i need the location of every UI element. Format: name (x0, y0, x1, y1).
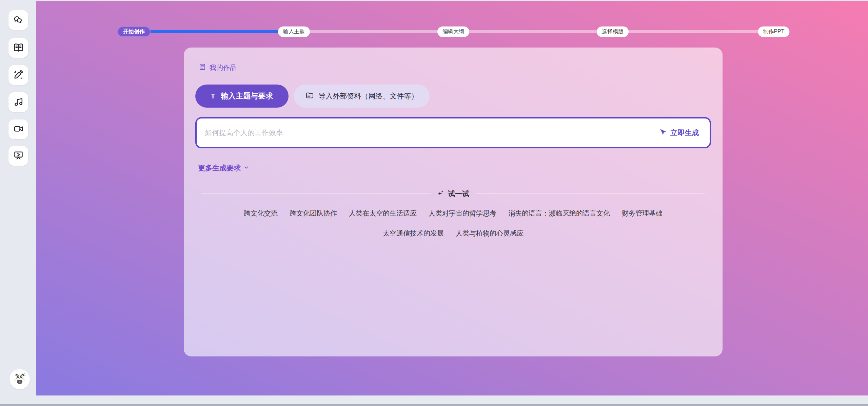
suggestion-chip[interactable]: 人类与植物的心灵感应 (456, 229, 524, 238)
sidebar-item-writing[interactable] (8, 65, 28, 85)
suggestion-row-2: 太空通信技术的发展 人类与植物的心灵感应 (195, 229, 711, 238)
tab-input-topic[interactable]: T 输入主题与要求 (195, 85, 289, 108)
workspace-background: 开始创作 输入主题 编辑大纲 选择模版 制作PPT 我的作品 T 输入主题与要求 (36, 1, 868, 395)
suggestion-chip[interactable]: 人类在太空的生活适应 (349, 209, 417, 218)
sidebar-item-presentation[interactable] (8, 146, 28, 166)
folder-icon (305, 91, 314, 101)
step-edit-outline[interactable]: 编辑大纲 (437, 26, 469, 37)
sidebar-item-music[interactable] (8, 92, 28, 112)
document-icon (199, 63, 206, 72)
topic-input-box: 立即生成 (195, 117, 711, 148)
book-icon (13, 42, 24, 54)
chat-icon (13, 14, 24, 26)
send-plane-icon (659, 128, 667, 138)
step-input-topic[interactable]: 输入主题 (278, 26, 310, 37)
panda-avatar (12, 371, 27, 387)
text-icon: T (211, 92, 215, 100)
sidebar-item-chat[interactable] (8, 10, 28, 30)
generate-label: 立即生成 (670, 128, 699, 137)
more-requirements-label: 更多生成要求 (198, 163, 241, 173)
generate-button[interactable]: 立即生成 (659, 128, 699, 138)
divider-line (201, 193, 431, 194)
presentation-icon (13, 150, 24, 162)
suggestion-row-1: 跨文化交流 跨文化团队协作 人类在太空的生活适应 人类对宇宙的哲学思考 消失的语… (195, 209, 711, 218)
tool-sidebar (0, 0, 36, 406)
step-make-ppt[interactable]: 制作PPT (758, 26, 789, 37)
sidebar-item-reading[interactable] (8, 38, 28, 58)
stepper-progress-line (134, 30, 294, 33)
music-icon (13, 96, 24, 108)
try-title: 试一试 (448, 189, 469, 199)
step-start-create[interactable]: 开始创作 (117, 26, 151, 37)
chevron-down-icon (243, 164, 249, 172)
try-section-header: 试一试 (201, 189, 705, 199)
tab-import-material[interactable]: 导入外部资料（网络、文件等） (294, 85, 430, 108)
window-bottom-edge (0, 404, 868, 406)
suggestion-chip[interactable]: 人类对宇宙的哲学思考 (429, 209, 496, 218)
sparkle-icon (437, 189, 445, 199)
suggestion-chip[interactable]: 跨文化团队协作 (290, 209, 337, 218)
more-requirements-toggle[interactable]: 更多生成要求 (198, 163, 249, 173)
suggestion-chip[interactable]: 财务管理基础 (622, 209, 663, 218)
divider-line (475, 193, 705, 194)
my-works-label: 我的作品 (210, 63, 237, 72)
tab-import-material-label: 导入外部资料（网络、文件等） (318, 91, 418, 101)
suggestion-chip[interactable]: 跨文化交流 (244, 209, 278, 218)
video-icon (13, 124, 24, 135)
step-choose-template[interactable]: 选择模版 (597, 26, 629, 37)
suggestion-chip[interactable]: 太空通信技术的发展 (383, 229, 444, 238)
sidebar-item-video[interactable] (8, 119, 28, 139)
topic-input[interactable] (205, 129, 659, 137)
tab-input-topic-label: 输入主题与要求 (221, 91, 273, 101)
source-tabs: T 输入主题与要求 导入外部资料（网络、文件等） (195, 85, 711, 108)
suggestion-chip[interactable]: 消失的语言：濒临灭绝的语言文化 (508, 209, 610, 218)
user-avatar[interactable] (9, 369, 30, 389)
create-card: 我的作品 T 输入主题与要求 导入外部资料（网络、文件等） 立即生成 (184, 48, 723, 356)
my-works-link[interactable]: 我的作品 (199, 63, 237, 72)
edit-pen-icon (13, 69, 24, 81)
